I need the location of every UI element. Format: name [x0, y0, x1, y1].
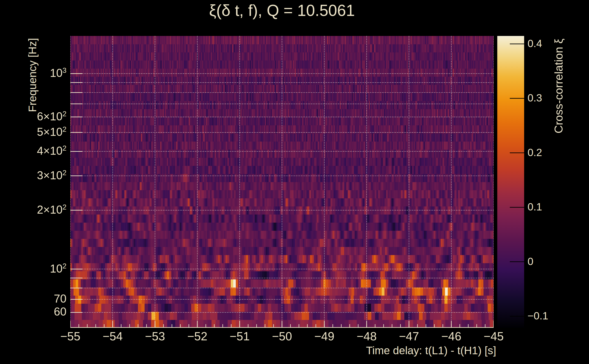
- x-tick-label: −54: [94, 330, 131, 342]
- colorbar-tick-label: −0.1: [528, 310, 548, 322]
- colorbar-tick-label: 0: [528, 256, 533, 267]
- colorbar-gradient: [497, 36, 524, 328]
- y-tick-label: 4×102: [0, 144, 66, 157]
- y-tick-label: 3×102: [0, 169, 66, 182]
- x-tick-label: −45: [475, 330, 512, 342]
- x-tick-label: −49: [306, 330, 342, 342]
- colorbar-title: Cross-correlation ξ: [553, 39, 565, 134]
- x-tick-label: −53: [137, 330, 173, 342]
- y-tick-label: 70: [0, 292, 66, 305]
- x-tick-label: −51: [222, 330, 258, 342]
- x-tick-label: −55: [52, 330, 89, 342]
- y-tick-label: 5×102: [0, 126, 66, 138]
- colorbar-tick-label: 0.3: [528, 92, 542, 104]
- y-tick-label: 102: [0, 262, 66, 275]
- x-tick-label: −52: [179, 330, 216, 342]
- y-tick-label: 103: [0, 67, 66, 79]
- x-tick-label: −47: [391, 330, 427, 342]
- x-axis-title: Time delay: t(L1) - t(H1) [s]: [268, 345, 496, 356]
- y-tick-label: 2×102: [0, 203, 66, 216]
- y-tick-label: 60: [0, 306, 66, 318]
- x-tick-label: −48: [348, 330, 385, 342]
- page-title: ξ(δ t, f), Q = 10.5061: [70, 2, 494, 19]
- x-tick-label: −50: [264, 330, 300, 342]
- cross-correlation-figure: ξ(δ t, f), Q = 10.5061 Frequency [Hz] −5…: [0, 0, 589, 364]
- x-tick-label: −46: [433, 330, 470, 342]
- colorbar-tick-label: 0.4: [528, 38, 542, 49]
- heatmap-plot-area: [70, 36, 494, 328]
- colorbar-tick-label: 0.2: [528, 147, 542, 158]
- y-tick-label: 6×102: [0, 110, 66, 123]
- colorbar-tick-label: 0.1: [528, 201, 542, 213]
